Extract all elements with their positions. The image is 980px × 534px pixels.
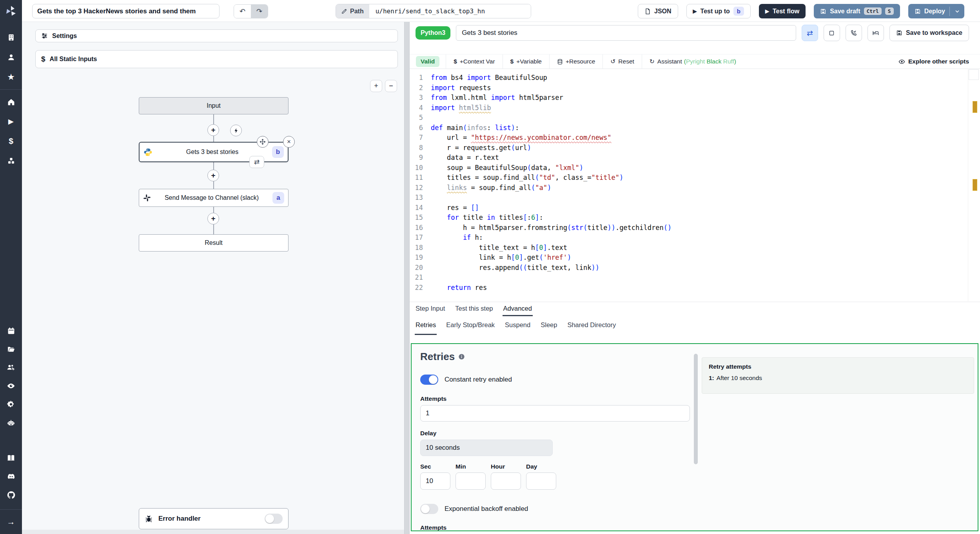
json-button[interactable]: JSON xyxy=(638,4,678,18)
error-handler-node[interactable]: Error handler xyxy=(139,508,289,529)
workers-robot-icon[interactable] xyxy=(0,416,22,429)
docs-book-icon[interactable] xyxy=(0,451,22,465)
code-line: 8 r = requests.get(url) xyxy=(410,143,980,153)
step-name-input[interactable] xyxy=(456,25,796,41)
workspace-building-icon[interactable] xyxy=(0,31,22,44)
panel-resize-divider[interactable] xyxy=(404,22,410,534)
chevron-down-icon[interactable] xyxy=(954,8,960,14)
tab-retries[interactable]: Retries xyxy=(415,316,437,335)
early-stop-icon-button[interactable] xyxy=(824,25,840,41)
expand-arrow-icon[interactable]: → xyxy=(0,515,22,529)
repeat-icon: ⇄ xyxy=(807,29,813,38)
retries-scrollbar[interactable] xyxy=(694,354,698,464)
flow-settings-bar[interactable]: Settings xyxy=(35,29,398,42)
all-static-inputs-bar[interactable]: $ All Static Inputs xyxy=(35,50,398,68)
audit-eye-icon[interactable] xyxy=(0,379,22,393)
editor-scrollbar[interactable] xyxy=(968,69,968,301)
error-handler-toggle[interactable] xyxy=(265,514,283,524)
constant-retry-toggle[interactable] xyxy=(420,375,438,385)
folders-icon[interactable] xyxy=(0,342,22,356)
sleep-icon-button[interactable] xyxy=(867,25,884,41)
stop-square-icon xyxy=(829,30,835,36)
exponential-backoff-label: Exponential backoff enabled xyxy=(445,505,528,513)
undo-button[interactable]: ↶ xyxy=(234,5,251,18)
sec-input[interactable] xyxy=(420,472,450,490)
flow-horizontal-scrollbar[interactable] xyxy=(22,530,404,534)
reset-button[interactable]: ↺ Reset xyxy=(603,54,642,69)
settings-gear-icon[interactable] xyxy=(0,398,22,411)
redo-button[interactable]: ↷ xyxy=(251,5,268,18)
windmill-logo-icon[interactable] xyxy=(0,0,22,22)
tab-shared-directory[interactable]: Shared Directory xyxy=(566,316,617,335)
zoom-out-button[interactable]: − xyxy=(385,80,397,92)
attempts-label-bottom: Attempts xyxy=(420,524,969,531)
tab-sleep[interactable]: Sleep xyxy=(540,316,558,335)
deploy-button[interactable]: Deploy xyxy=(908,4,964,18)
save-to-workspace-button[interactable]: Save to workspace xyxy=(889,25,969,41)
retry-attempt-number: 1: xyxy=(709,375,714,381)
retry-indicator-button[interactable]: ⇄ xyxy=(249,156,264,168)
add-step-button[interactable]: + xyxy=(207,170,219,181)
retries-icon-button[interactable]: ⇄ xyxy=(802,25,818,41)
test-flow-button[interactable]: ▶ Test flow xyxy=(759,4,806,18)
file-icon xyxy=(644,8,651,14)
flow-node-step-a[interactable]: Send Message to Channel (slack) a xyxy=(139,189,289,207)
groups-users-icon[interactable] xyxy=(0,361,22,374)
tab-early-stop-break[interactable]: Early Stop/Break xyxy=(445,316,495,335)
code-line: 4import html5lib xyxy=(410,103,980,113)
runs-play-icon[interactable]: ▶ xyxy=(0,115,22,128)
home-icon[interactable] xyxy=(0,95,22,109)
flow-node-result[interactable]: Result xyxy=(139,234,289,252)
trigger-bolt-button[interactable] xyxy=(230,125,242,136)
test-up-to-button[interactable]: ▶ Test up to b xyxy=(686,4,751,18)
sec-label: Sec xyxy=(420,463,450,470)
sidebar-divider xyxy=(0,89,22,90)
attempts-input[interactable] xyxy=(420,405,690,422)
user-icon[interactable] xyxy=(0,51,22,64)
tab-test-this-step[interactable]: Test this step xyxy=(454,302,494,316)
delay-input[interactable] xyxy=(420,440,553,456)
zoom-in-button[interactable]: + xyxy=(370,80,382,92)
info-icon[interactable] xyxy=(458,353,465,360)
kbd-ctrl: Ctrl xyxy=(864,7,882,15)
exponential-backoff-toggle[interactable] xyxy=(420,504,438,514)
add-variable-button[interactable]: $ +Variable xyxy=(503,54,550,69)
explore-other-scripts-button[interactable]: Explore other scripts xyxy=(887,54,980,69)
add-context-var-button[interactable]: $ +Context Var xyxy=(446,54,503,69)
favorites-star-icon[interactable]: ★ xyxy=(0,71,22,84)
code-editor[interactable]: 1from bs4 import BeautifulSoup2import re… xyxy=(410,69,980,301)
bed-icon xyxy=(872,29,879,36)
assistant-button[interactable]: ↻ Assistant (Pyright Black Ruff) xyxy=(642,54,744,69)
discord-icon[interactable] xyxy=(0,470,22,483)
flow-node-input[interactable]: Input xyxy=(139,97,289,114)
step-badge: a xyxy=(272,192,284,204)
path-field[interactable]: Path u/henri/send_to_slack_top3_hn xyxy=(336,4,531,18)
schedules-calendar-icon[interactable] xyxy=(0,324,22,337)
retries-panel: Retries Constant retry enabled Attempts … xyxy=(411,343,978,531)
topbar-actions: JSON ▶ Test up to b ▶ Test flow Save dra… xyxy=(638,4,964,18)
resources-cubes-icon[interactable] xyxy=(0,154,22,167)
code-line: 13 xyxy=(410,193,980,203)
tab-suspend[interactable]: Suspend xyxy=(504,316,531,335)
add-step-button[interactable]: + xyxy=(207,213,219,224)
refresh-icon: ↻ xyxy=(650,58,655,65)
tab-step-input[interactable]: Step Input xyxy=(415,302,446,316)
step-badge: b xyxy=(272,146,284,158)
hour-input[interactable] xyxy=(491,472,521,490)
min-label: Min xyxy=(456,463,486,470)
delete-node-button[interactable]: × xyxy=(283,136,295,148)
save-draft-button[interactable]: Save draft Ctrl S xyxy=(814,4,900,18)
add-resource-button[interactable]: +Resource xyxy=(550,54,603,69)
assistant-black: Black xyxy=(706,58,723,65)
slack-icon xyxy=(143,194,151,202)
day-input[interactable] xyxy=(526,472,556,490)
add-step-button[interactable]: + xyxy=(207,124,219,136)
min-input[interactable] xyxy=(456,472,486,490)
suspend-icon-button[interactable] xyxy=(846,25,862,41)
flow-title-input[interactable] xyxy=(32,4,220,18)
github-icon[interactable] xyxy=(0,488,22,501)
tab-advanced[interactable]: Advanced xyxy=(503,302,533,316)
variables-dollar-icon[interactable]: $ xyxy=(0,134,22,148)
path-value[interactable]: u/henri/send_to_slack_top3_hn xyxy=(369,4,531,18)
move-node-button[interactable] xyxy=(257,136,269,148)
